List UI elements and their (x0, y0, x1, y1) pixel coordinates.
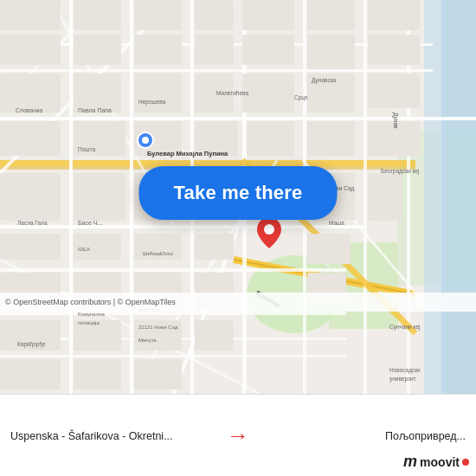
svg-rect-49 (134, 74, 182, 113)
svg-rect-65 (134, 359, 182, 389)
svg-rect-12 (0, 268, 346, 272)
svg-text:Нoвосадски: Нoвосадски (389, 367, 421, 374)
svg-rect-45 (195, 234, 234, 260)
svg-rect-64 (74, 359, 121, 389)
svg-text:IDEA: IDEA (78, 247, 90, 252)
app-container: Словачка Павла Папа Булевар Михајла Пупи… (0, 0, 476, 476)
svg-rect-13 (0, 312, 346, 315)
svg-rect-71 (307, 35, 355, 69)
attribution-bar: © OpenStreetMap contributors | © OpenMap… (0, 293, 476, 312)
svg-text:21121 Нови Сад: 21121 Нови Сад (138, 325, 178, 330)
svg-text:Словачка: Словачка (16, 107, 42, 113)
moovit-logo-rest: moovit (420, 455, 460, 469)
take-me-there-overlay: Take me there (139, 166, 338, 220)
svg-rect-23 (363, 0, 367, 394)
route-arrow-icon: → (227, 422, 249, 448)
moovit-logo-circle (462, 459, 469, 466)
svg-rect-19 (130, 0, 133, 394)
svg-text:Нерошева: Нерошева (138, 99, 166, 106)
svg-rect-51 (242, 74, 294, 113)
svg-rect-35 (74, 173, 125, 221)
map-container: Словачка Павла Папа Булевар Михајла Пупи… (0, 0, 476, 394)
svg-rect-84 (368, 0, 420, 30)
svg-text:Маша: Маша (329, 220, 344, 226)
arrow-section: → (227, 422, 249, 449)
svg-rect-18 (69, 0, 73, 394)
svg-point-113 (264, 224, 274, 235)
to-label: Пољопривред... (385, 430, 466, 442)
svg-text:Булевар Михајла Пупина: Булевар Михајла Пупина (147, 150, 228, 158)
svg-rect-62 (195, 320, 234, 351)
svg-text:Комунална: Комунална (78, 312, 105, 317)
bottom-info-bar: Uspenska - Šafarikova - Okretni... → Пољ… (0, 394, 476, 476)
svg-text:Дунавска: Дунавска (312, 77, 337, 84)
svg-rect-77 (368, 35, 420, 65)
svg-text:Карађорђе: Карађорђе (17, 341, 46, 348)
svg-rect-14 (0, 69, 433, 72)
svg-text:Бeогрaдски кеj: Бeогрaдски кеj (381, 168, 419, 175)
svg-rect-54 (0, 121, 61, 156)
svg-text:Дунав: Дунав (392, 113, 399, 129)
svg-rect-5 (424, 0, 446, 394)
svg-rect-42 (368, 173, 402, 221)
svg-text:Павла Папа: Павла Папа (78, 107, 112, 113)
svg-text:Баce Ч...: Баce Ч... (78, 220, 102, 226)
from-label: Uspenska - Šafarikova - Okretni... (10, 430, 173, 442)
svg-rect-80 (134, 0, 182, 30)
map-pin (257, 217, 281, 252)
svg-text:Лаcла Гала: Лаcла Гала (17, 220, 48, 226)
svg-rect-40 (247, 121, 294, 156)
svg-rect-43 (307, 121, 355, 156)
svg-rect-72 (195, 35, 234, 65)
attribution-text: © OpenStreetMap contributors | © OpenMap… (5, 298, 176, 306)
svg-rect-70 (368, 74, 420, 108)
svg-text:Срце: Срце (294, 94, 308, 101)
svg-rect-78 (0, 0, 61, 30)
svg-rect-55 (0, 173, 61, 221)
pin-icon (257, 217, 281, 248)
moovit-branding: m moovit (403, 453, 469, 471)
svg-rect-73 (134, 35, 182, 65)
take-me-there-button[interactable]: Take me there (139, 166, 338, 220)
from-section: Uspenska - Šafarikova - Okretni... (10, 428, 220, 443)
svg-rect-82 (242, 0, 294, 30)
svg-text:полиција: полиција (78, 320, 100, 325)
svg-rect-74 (74, 35, 121, 65)
svg-text:Шећер&Soul: Шећер&Soul (143, 251, 173, 256)
svg-rect-76 (242, 35, 294, 65)
svg-rect-44 (307, 234, 351, 264)
svg-rect-68 (0, 359, 61, 389)
svg-text:универзит.: универзит. (389, 376, 417, 383)
svg-rect-75 (0, 35, 61, 65)
to-section: Пољопривред... (256, 428, 466, 443)
svg-text:Поштa: Поштa (78, 146, 95, 152)
svg-text:Милетићева: Милетићева (216, 90, 248, 96)
svg-rect-17 (0, 355, 346, 357)
svg-text:Сунчани кеј: Сунчани кеј (389, 324, 421, 331)
svg-rect-81 (195, 0, 234, 30)
svg-point-112 (142, 137, 149, 144)
svg-rect-79 (74, 0, 121, 30)
moovit-logo-m: m (403, 453, 417, 471)
svg-rect-4 (441, 0, 476, 394)
svg-rect-56 (0, 234, 61, 260)
svg-text:Минута: Минута (138, 338, 157, 343)
svg-rect-83 (307, 0, 355, 30)
